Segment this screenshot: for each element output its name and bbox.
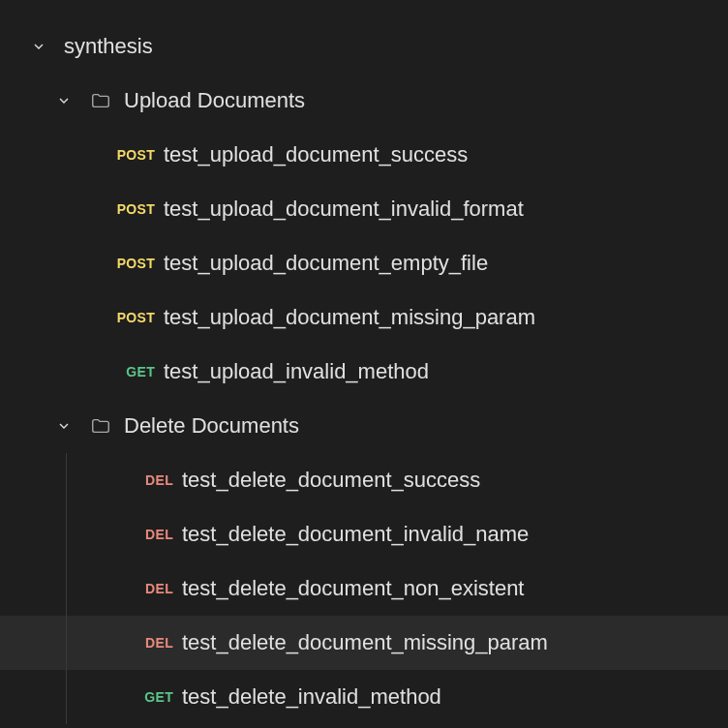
- folder-icon: [89, 414, 112, 438]
- tree-view: synthesisUpload DocumentsPOSTtest_upload…: [0, 19, 728, 724]
- chevron-down-icon: [54, 91, 74, 110]
- request-label: test_upload_document_invalid_format: [164, 197, 524, 222]
- request-item[interactable]: POSTtest_upload_document_invalid_format: [0, 182, 728, 236]
- request-label: test_upload_invalid_method: [164, 359, 429, 384]
- chevron-down-icon: [54, 416, 74, 436]
- request-item[interactable]: DELtest_delete_document_success: [0, 453, 728, 507]
- collection-label: synthesis: [64, 34, 153, 59]
- request-label: test_upload_document_success: [164, 142, 468, 167]
- folder-item[interactable]: Upload Documents: [0, 74, 728, 128]
- method-badge: GET: [133, 689, 173, 705]
- request-item[interactable]: POSTtest_upload_document_success: [0, 128, 728, 182]
- method-badge: POST: [114, 147, 155, 163]
- method-badge: POST: [114, 310, 155, 325]
- folder-item[interactable]: Delete Documents: [0, 399, 728, 453]
- request-label: test_upload_document_missing_param: [164, 305, 535, 330]
- method-badge: DEL: [133, 527, 173, 542]
- collection-root[interactable]: synthesis: [0, 19, 728, 74]
- request-label: test_delete_invalid_method: [182, 684, 441, 710]
- method-badge: DEL: [133, 472, 173, 488]
- request-item[interactable]: GETtest_upload_invalid_method: [0, 345, 728, 399]
- method-badge: POST: [114, 201, 155, 217]
- chevron-down-icon: [29, 37, 48, 56]
- method-badge: POST: [114, 256, 155, 271]
- request-label: test_upload_document_empty_file: [164, 251, 488, 276]
- request-item[interactable]: DELtest_delete_document_non_existent: [0, 561, 728, 616]
- folder-label: Upload Documents: [124, 88, 305, 113]
- folder-label: Delete Documents: [124, 413, 299, 439]
- folder-icon: [89, 89, 112, 112]
- request-item[interactable]: POSTtest_upload_document_missing_param: [0, 290, 728, 345]
- request-item[interactable]: POSTtest_upload_document_empty_file: [0, 236, 728, 290]
- method-badge: DEL: [133, 635, 173, 651]
- request-label: test_delete_document_missing_param: [182, 630, 548, 655]
- method-badge: GET: [114, 364, 155, 379]
- method-badge: DEL: [133, 581, 173, 596]
- request-item[interactable]: DELtest_delete_document_missing_param: [0, 616, 728, 670]
- request-label: test_delete_document_success: [182, 468, 480, 493]
- request-label: test_delete_document_invalid_name: [182, 522, 529, 547]
- request-item[interactable]: GETtest_delete_invalid_method: [0, 670, 728, 724]
- request-label: test_delete_document_non_existent: [182, 576, 524, 601]
- request-item[interactable]: DELtest_delete_document_invalid_name: [0, 507, 728, 561]
